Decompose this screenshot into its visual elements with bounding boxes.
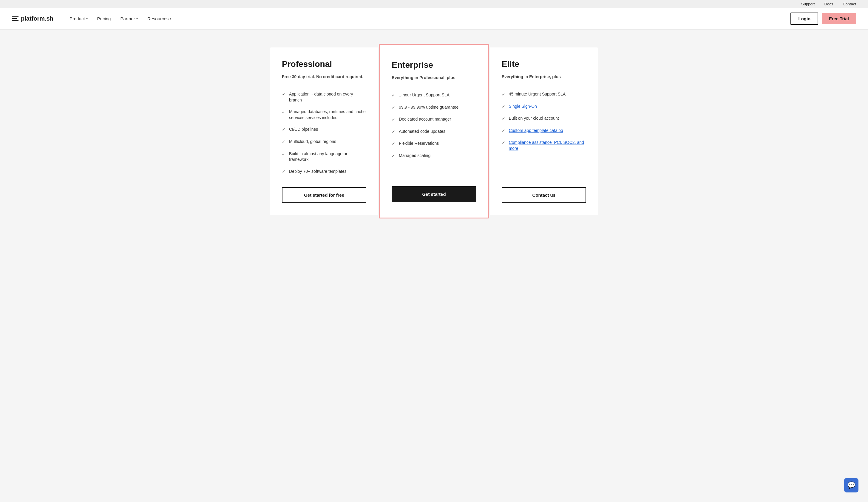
list-item: ✓ 1-hour Urgent Support SLA — [392, 89, 476, 102]
plan-professional-subtitle: Free 30-day trial. No credit card requir… — [282, 74, 366, 80]
chevron-down-icon: ▾ — [170, 17, 171, 20]
logo-icon — [12, 17, 19, 21]
check-icon: ✓ — [282, 169, 286, 175]
nav-links: Product ▾ Pricing Partner ▾ Resources ▾ — [65, 14, 791, 23]
single-sign-on-link[interactable]: Single Sign-On — [509, 104, 537, 110]
plan-professional-features: ✓ Application + data cloned on every bra… — [282, 88, 366, 177]
check-icon: ✓ — [282, 151, 286, 157]
nav-resources[interactable]: Resources ▾ — [143, 14, 176, 23]
list-item: ✓ 45 minute Urgent Support SLA — [502, 88, 586, 101]
top-bar-docs[interactable]: Docs — [825, 2, 834, 6]
list-item: ✓ Managed databases, runtimes and cache … — [282, 106, 366, 124]
plan-elite-features: ✓ 45 minute Urgent Support SLA ✓ Single … — [502, 88, 586, 177]
plan-enterprise-title: Enterprise — [392, 60, 476, 70]
list-item: ✓ 99.9 - 99.99% uptime guarantee — [392, 102, 476, 114]
list-item: ✓ Automated code updates — [392, 126, 476, 138]
logo-bar-2 — [12, 18, 17, 19]
list-item: ✓ Compliance assistance–PCI, SOC2, and m… — [502, 137, 586, 154]
free-trial-button[interactable]: Free Trial — [822, 13, 856, 24]
chat-icon: 💬 — [847, 481, 856, 489]
list-item: ✓ Custom app template catalog — [502, 125, 586, 137]
list-item: ✓ Single Sign-On — [502, 101, 586, 113]
plan-enterprise-subtitle: Everything in Professional, plus — [392, 75, 476, 81]
check-icon: ✓ — [502, 116, 505, 122]
top-bar-contact[interactable]: Contact — [843, 2, 856, 6]
list-item: ✓ Flexible Reservations — [392, 137, 476, 150]
check-icon: ✓ — [502, 104, 505, 110]
nav-partner[interactable]: Partner ▾ — [116, 14, 142, 23]
nav-product[interactable]: Product ▾ — [65, 14, 92, 23]
plan-elite-title: Elite — [502, 59, 586, 69]
list-item: ✓ Dedicated account manager — [392, 113, 476, 126]
compliance-link[interactable]: Compliance assistance–PCI, SOC2, and mor… — [509, 140, 586, 151]
check-icon: ✓ — [282, 127, 286, 133]
check-icon: ✓ — [392, 153, 395, 159]
enterprise-cta-button[interactable]: Get started — [392, 186, 476, 202]
chevron-down-icon: ▾ — [86, 17, 88, 20]
nav-actions: Login Free Trial — [790, 12, 856, 25]
list-item: ✓ Build in almost any language or framew… — [282, 148, 366, 166]
pricing-section: Professional Free 30-day trial. No credi… — [0, 30, 868, 496]
nav-pricing[interactable]: Pricing — [93, 14, 115, 23]
check-icon: ✓ — [282, 92, 286, 98]
check-icon: ✓ — [502, 140, 505, 146]
logo-bar-1 — [12, 17, 19, 17]
plan-elite-subtitle: Everything in Enterprise, plus — [502, 74, 586, 80]
login-button[interactable]: Login — [790, 12, 818, 25]
plan-enterprise: Enterprise Everything in Professional, p… — [379, 44, 489, 218]
custom-app-template-link[interactable]: Custom app template catalog — [509, 128, 563, 134]
check-icon: ✓ — [392, 129, 395, 135]
plan-professional-title: Professional — [282, 59, 366, 69]
check-icon: ✓ — [282, 109, 286, 115]
list-item: ✓ CI/CD pipelines — [282, 124, 366, 136]
professional-cta-button[interactable]: Get started for free — [282, 187, 366, 203]
list-item: ✓ Built on your cloud account — [502, 113, 586, 125]
plan-elite: Elite Everything in Enterprise, plus ✓ 4… — [490, 48, 598, 215]
elite-cta-button[interactable]: Contact us — [502, 187, 586, 203]
check-icon: ✓ — [502, 92, 505, 98]
plan-enterprise-features: ✓ 1-hour Urgent Support SLA ✓ 99.9 - 99.… — [392, 89, 476, 177]
top-bar: Support Docs Contact — [0, 0, 868, 8]
check-icon: ✓ — [392, 117, 395, 123]
list-item: ✓ Deploy 70+ software templates — [282, 166, 366, 178]
check-icon: ✓ — [392, 93, 395, 99]
navbar: platform.sh Product ▾ Pricing Partner ▾ … — [0, 8, 868, 30]
check-icon: ✓ — [502, 128, 505, 134]
top-bar-support[interactable]: Support — [801, 2, 815, 6]
logo[interactable]: platform.sh — [12, 15, 53, 22]
check-icon: ✓ — [392, 141, 395, 147]
list-item: ✓ Application + data cloned on every bra… — [282, 88, 366, 106]
chat-widget[interactable]: 💬 — [844, 478, 858, 492]
list-item: ✓ Multicloud, global regions — [282, 136, 366, 148]
chevron-down-icon: ▾ — [136, 17, 138, 20]
pricing-wrapper: Professional Free 30-day trial. No credi… — [270, 48, 598, 215]
check-icon: ✓ — [282, 139, 286, 145]
logo-bar-3 — [12, 20, 19, 21]
logo-text: platform.sh — [21, 15, 53, 22]
list-item: ✓ Managed scaling — [392, 150, 476, 162]
check-icon: ✓ — [392, 105, 395, 111]
plan-professional: Professional Free 30-day trial. No credi… — [270, 48, 378, 215]
